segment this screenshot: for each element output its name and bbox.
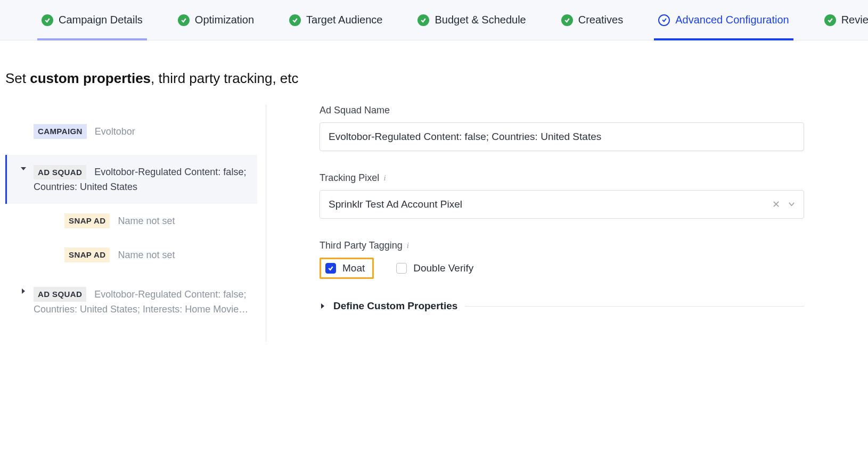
step-label: Budget & Schedule [435, 14, 526, 26]
entity-tree: CAMPAIGN Evoltobor AD SQUAD Evoltobor-Re… [5, 105, 266, 342]
snapad-tag: SNAP AD [64, 248, 110, 262]
adsquad-tag: AD SQUAD [34, 165, 86, 180]
step-label: Optimization [195, 14, 254, 26]
tracking-pixel-value: Sprinklr Test Ad Account Pixel [329, 199, 773, 210]
step-target-audience[interactable]: Target Audience [285, 0, 387, 40]
step-advanced-configuration[interactable]: Advanced Configuration [654, 0, 793, 40]
step-campaign-details[interactable]: Campaign Details [37, 0, 147, 40]
check-circle-icon [417, 14, 429, 26]
info-icon[interactable]: i [407, 241, 409, 250]
step-label: Campaign Details [59, 14, 143, 26]
check-circle-icon [178, 14, 190, 26]
tree-adsquad-row[interactable]: AD SQUAD Evoltobor-Regulated Content: fa… [5, 277, 257, 326]
checkbox-label: Double Verify [413, 262, 473, 274]
campaign-tag: CAMPAIGN [34, 124, 87, 139]
check-circle-icon [42, 14, 53, 26]
ad-squad-name-label: Ad Squad Name [320, 105, 804, 116]
checkbox-checked-icon [325, 263, 336, 274]
divider [465, 306, 804, 307]
snapad-tag: SNAP AD [64, 213, 110, 228]
chevron-down-icon[interactable] [20, 166, 27, 172]
third-party-tagging-label: Third Party Tagging i [320, 240, 804, 251]
tree-adsquad-row[interactable]: AD SQUAD Evoltobor-Regulated Content: fa… [5, 155, 257, 203]
info-icon[interactable]: i [383, 174, 386, 183]
check-circle-icon [289, 14, 301, 26]
step-creatives[interactable]: Creatives [557, 0, 627, 40]
tree-snapad-row[interactable]: SNAP AD Name not set [5, 238, 257, 272]
snapad-name: Name not set [118, 216, 175, 226]
snapad-name: Name not set [118, 250, 175, 260]
campaign-name: Evoltobor [95, 126, 135, 137]
step-budget-schedule[interactable]: Budget & Schedule [413, 0, 530, 40]
step-review[interactable]: Review [820, 0, 868, 40]
expand-header-label: Define Custom Properties [333, 300, 457, 312]
page-title: Set custom properties, third party track… [0, 40, 868, 105]
tree-campaign-row[interactable]: CAMPAIGN Evoltobor [5, 121, 257, 142]
step-optimization[interactable]: Optimization [174, 0, 258, 40]
step-label: Creatives [578, 14, 623, 26]
step-label: Target Audience [306, 14, 382, 26]
check-circle-icon [561, 14, 573, 26]
define-custom-properties-toggle[interactable]: Define Custom Properties [320, 300, 804, 312]
step-label: Advanced Configuration [675, 14, 789, 26]
chevron-right-icon [320, 300, 326, 312]
check-circle-icon [824, 14, 836, 26]
tracking-pixel-select[interactable]: Sprinklr Test Ad Account Pixel [320, 190, 804, 219]
step-label: Review [841, 14, 868, 26]
tree-snapad-row[interactable]: SNAP AD Name not set [5, 204, 257, 238]
chevron-down-icon[interactable] [788, 199, 795, 210]
clear-icon[interactable] [773, 199, 780, 210]
double-verify-checkbox-item[interactable]: Double Verify [392, 259, 481, 277]
chevron-right-icon[interactable] [20, 288, 27, 294]
moat-checkbox-item[interactable]: Moat [320, 258, 374, 279]
checkbox-label: Moat [342, 262, 365, 274]
ad-squad-name-input[interactable] [320, 122, 804, 151]
wizard-stepper: Campaign Details Optimization Target Aud… [0, 0, 868, 40]
adsquad-form: Ad Squad Name Tracking Pixel i Sprinklr … [266, 105, 863, 342]
tracking-pixel-label: Tracking Pixel i [320, 172, 804, 184]
adsquad-tag: AD SQUAD [34, 287, 86, 302]
progress-circle-icon [658, 14, 670, 26]
checkbox-unchecked-icon [396, 263, 407, 274]
